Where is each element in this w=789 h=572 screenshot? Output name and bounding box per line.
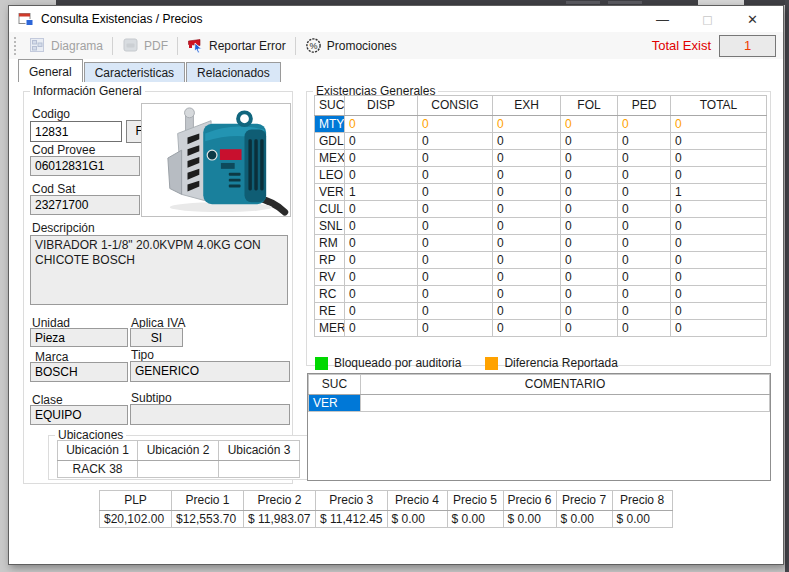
clase-field[interactable]: EQUIPO: [30, 405, 128, 425]
existencias-value-cell[interactable]: 0: [671, 269, 767, 286]
existencias-value-cell[interactable]: 0: [345, 218, 418, 235]
existencias-value-cell[interactable]: 0: [561, 269, 618, 286]
existencias-value-cell[interactable]: 0: [671, 150, 767, 167]
existencias-suc-cell[interactable]: LEO: [315, 167, 345, 184]
comentarios-header-cell[interactable]: SUC: [309, 375, 361, 395]
existencias-value-cell[interactable]: 0: [345, 167, 418, 184]
existencias-value-cell[interactable]: 0: [493, 184, 561, 201]
existencias-suc-cell[interactable]: RC: [315, 286, 345, 303]
existencias-value-cell[interactable]: 0: [671, 303, 767, 320]
ubicacion-value-cell[interactable]: [219, 461, 300, 478]
existencias-value-cell[interactable]: 0: [345, 235, 418, 252]
existencias-value-cell[interactable]: 0: [345, 116, 418, 133]
ubicacion-header-cell[interactable]: Ubicación 1: [58, 441, 138, 461]
precio-header-cell[interactable]: Precio 2: [244, 491, 316, 511]
existencias-value-cell[interactable]: 0: [493, 286, 561, 303]
existencias-value-cell[interactable]: 0: [418, 150, 493, 167]
precio-header-cell[interactable]: Precio 5: [447, 491, 503, 511]
existencias-value-cell[interactable]: 0: [418, 303, 493, 320]
existencias-value-cell[interactable]: 0: [618, 286, 671, 303]
aplica-iva-field[interactable]: SI: [130, 328, 183, 347]
existencias-value-cell[interactable]: 0: [493, 218, 561, 235]
existencias-value-cell[interactable]: 0: [345, 150, 418, 167]
precio-value-cell[interactable]: $12,553.70: [172, 511, 244, 528]
existencias-value-cell[interactable]: 0: [671, 116, 767, 133]
codigo-input[interactable]: [30, 121, 122, 142]
precio-value-cell[interactable]: $ 0.00: [387, 511, 447, 528]
ubicacion-header-cell[interactable]: Ubicación 2: [138, 441, 219, 461]
existencias-value-cell[interactable]: 0: [561, 286, 618, 303]
existencias-value-cell[interactable]: 0: [671, 167, 767, 184]
existencias-suc-cell[interactable]: VER: [315, 184, 345, 201]
existencias-value-cell[interactable]: 0: [418, 218, 493, 235]
existencias-value-cell[interactable]: 0: [561, 150, 618, 167]
existencias-value-cell[interactable]: 0: [561, 167, 618, 184]
existencias-value-cell[interactable]: 0: [618, 269, 671, 286]
existencias-header-cell[interactable]: CONSIG: [418, 96, 493, 116]
existencias-value-cell[interactable]: 0: [418, 286, 493, 303]
existencias-value-cell[interactable]: 0: [345, 286, 418, 303]
existencias-value-cell[interactable]: 0: [671, 252, 767, 269]
existencias-value-cell[interactable]: 0: [345, 201, 418, 218]
existencias-suc-cell[interactable]: RM: [315, 235, 345, 252]
existencias-value-cell[interactable]: 0: [345, 320, 418, 337]
existencias-header-cell[interactable]: DISP: [345, 96, 418, 116]
existencias-suc-cell[interactable]: RE: [315, 303, 345, 320]
existencias-value-cell[interactable]: 0: [618, 252, 671, 269]
precio-header-cell[interactable]: Precio 1: [172, 491, 244, 511]
existencias-header-cell[interactable]: FOL: [561, 96, 618, 116]
existencias-value-cell[interactable]: 0: [493, 167, 561, 184]
existencias-value-cell[interactable]: 0: [418, 184, 493, 201]
existencias-header-cell[interactable]: PED: [618, 96, 671, 116]
existencias-header-cell[interactable]: SUC: [315, 96, 345, 116]
existencias-value-cell[interactable]: 0: [493, 303, 561, 320]
precio-value-cell[interactable]: $20,102.00: [100, 511, 172, 528]
existencias-value-cell[interactable]: 0: [618, 218, 671, 235]
existencias-value-cell[interactable]: 0: [345, 269, 418, 286]
existencias-value-cell[interactable]: 0: [418, 252, 493, 269]
close-icon[interactable]: ✕: [730, 6, 775, 32]
existencias-value-cell[interactable]: 0: [671, 201, 767, 218]
existencias-value-cell[interactable]: 0: [618, 150, 671, 167]
existencias-value-cell[interactable]: 0: [561, 320, 618, 337]
existencias-value-cell[interactable]: 0: [561, 133, 618, 150]
existencias-value-cell[interactable]: 0: [561, 218, 618, 235]
existencias-value-cell[interactable]: 0: [671, 218, 767, 235]
cod-sat-field[interactable]: 23271700: [30, 195, 140, 215]
precio-header-cell[interactable]: Precio 3: [316, 491, 388, 511]
promociones-button[interactable]: % Promociones: [298, 34, 404, 57]
minimize-icon[interactable]: —: [640, 6, 685, 32]
comentarios-comment-cell[interactable]: [361, 395, 770, 412]
existencias-header-cell[interactable]: TOTAL: [671, 96, 767, 116]
tipo-field[interactable]: GENERICO: [130, 361, 290, 382]
existencias-value-cell[interactable]: 0: [345, 133, 418, 150]
ubicacion-value-cell[interactable]: [138, 461, 219, 478]
existencias-value-cell[interactable]: 0: [418, 269, 493, 286]
precio-value-cell[interactable]: $ 11,412.45: [316, 511, 388, 528]
existencias-value-cell[interactable]: 0: [671, 133, 767, 150]
cod-provee-field[interactable]: 06012831G1: [30, 156, 140, 176]
existencias-value-cell[interactable]: 0: [618, 116, 671, 133]
existencias-value-cell[interactable]: 0: [493, 133, 561, 150]
existencias-suc-cell[interactable]: RP: [315, 252, 345, 269]
existencias-value-cell[interactable]: 0: [493, 320, 561, 337]
precio-value-cell[interactable]: $ 0.00: [503, 511, 556, 528]
existencias-value-cell[interactable]: 0: [671, 286, 767, 303]
unidad-field[interactable]: Pieza: [30, 328, 128, 347]
existencias-value-cell[interactable]: 0: [345, 303, 418, 320]
precio-header-cell[interactable]: Precio 6: [503, 491, 556, 511]
ubicacion-value-cell[interactable]: RACK 38: [58, 461, 138, 478]
existencias-value-cell[interactable]: 0: [418, 320, 493, 337]
existencias-suc-cell[interactable]: MER: [315, 320, 345, 337]
existencias-suc-cell[interactable]: MTY: [315, 116, 345, 133]
comentarios-suc-cell[interactable]: VER: [309, 395, 361, 412]
existencias-value-cell[interactable]: 0: [671, 235, 767, 252]
existencias-suc-cell[interactable]: RV: [315, 269, 345, 286]
marca-field[interactable]: BOSCH: [30, 362, 128, 382]
existencias-value-cell[interactable]: 0: [418, 201, 493, 218]
precio-header-cell[interactable]: Precio 4: [387, 491, 447, 511]
descripcion-field[interactable]: VIBRADOR 1-1/8" 20.0KVPM 4.0KG CON CHICO…: [30, 235, 288, 305]
existencias-value-cell[interactable]: 0: [418, 167, 493, 184]
existencias-value-cell[interactable]: 0: [618, 184, 671, 201]
existencias-header-cell[interactable]: EXH: [493, 96, 561, 116]
